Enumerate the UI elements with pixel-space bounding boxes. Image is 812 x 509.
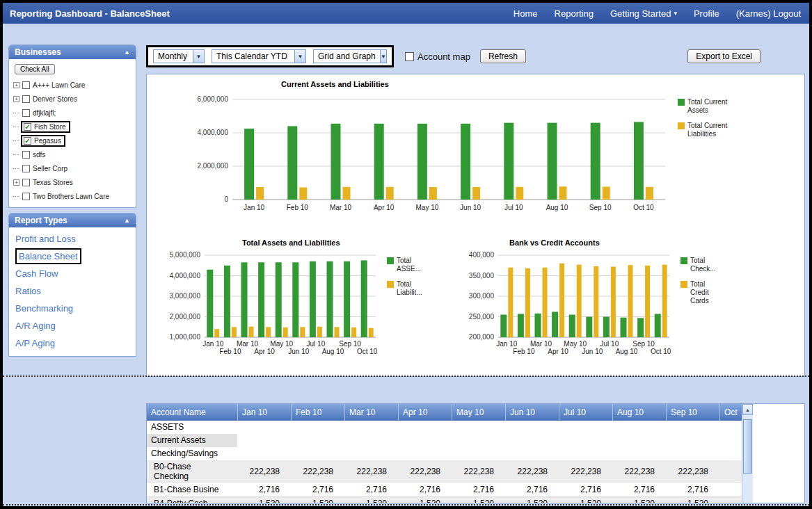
svg-text:Apr 10: Apr 10 bbox=[254, 348, 275, 355]
table-row-b0-chase-checking: B0-Chase Checking222,238222,238222,23822… bbox=[147, 460, 804, 483]
legend-swatch-icon bbox=[680, 257, 687, 264]
svg-text:2,000,000: 2,000,000 bbox=[170, 313, 201, 321]
table-row-assets: ASSETS bbox=[147, 421, 804, 434]
export-to-excel-button[interactable]: Export to Excel bbox=[687, 49, 761, 63]
chart-legend: Total Current AssetsTotal Current Liabil… bbox=[678, 98, 738, 218]
cell-value: 2,716 bbox=[452, 483, 505, 496]
report-type-a-p-aging[interactable]: A/P Aging bbox=[10, 334, 134, 352]
tree-connector bbox=[13, 113, 19, 113]
column-header-sep-10: Sep 10 bbox=[666, 404, 719, 421]
cell-value: 1,520 bbox=[398, 496, 452, 503]
svg-text:Sep 10: Sep 10 bbox=[339, 340, 361, 348]
row-label: Current Assets bbox=[147, 434, 237, 447]
date-range-select[interactable]: This Calendar YTD ▼ bbox=[212, 49, 306, 63]
check-all-button[interactable]: Check All bbox=[15, 64, 55, 74]
row-label: B1-Chase Busine bbox=[147, 483, 237, 496]
nav-profile[interactable]: Profile bbox=[685, 3, 728, 24]
main-content: Monthly ▼ This Calendar YTD ▼ Grid and G… bbox=[141, 45, 805, 503]
cell-value bbox=[559, 434, 612, 447]
legend-item: Total Current Assets bbox=[678, 98, 738, 115]
business-label: Two Brothers Lawn Care bbox=[33, 193, 109, 200]
business-checkbox[interactable] bbox=[22, 81, 30, 89]
svg-text:Mar 10: Mar 10 bbox=[237, 340, 259, 348]
businesses-header-label: Businesses bbox=[15, 47, 61, 57]
cell-value: 1,520 bbox=[612, 496, 666, 503]
expand-plus-icon[interactable]: + bbox=[13, 96, 19, 102]
business-item-a-lawn-care: +A+++ Lawn Care bbox=[10, 78, 134, 92]
cell-value bbox=[344, 447, 398, 460]
business-checkbox[interactable] bbox=[22, 165, 30, 172]
column-header-jul-10: Jul 10 bbox=[559, 404, 612, 421]
businesses-panel-header[interactable]: Businesses ▲ bbox=[9, 45, 136, 59]
page-break-divider bbox=[3, 375, 809, 377]
nav-label: Home bbox=[514, 8, 538, 19]
cell-value: 2,716 bbox=[291, 483, 344, 496]
business-item-fish-store: ✓Fish Store bbox=[10, 120, 134, 134]
business-item-pegasus: ✓Pegasus bbox=[10, 134, 134, 147]
cell-value: 2,716 bbox=[505, 483, 559, 496]
svg-text:Jul 10: Jul 10 bbox=[307, 340, 326, 348]
scroll-up-arrow-icon[interactable]: ▲ bbox=[742, 404, 753, 415]
business-checkbox[interactable] bbox=[22, 151, 30, 159]
svg-text:Jul 10: Jul 10 bbox=[600, 340, 619, 348]
nav-getting-started[interactable]: Getting Started▾ bbox=[602, 3, 685, 24]
tree-connector bbox=[13, 127, 19, 127]
top-nav: HomeReportingGetting Started▾Profile(Kar… bbox=[505, 3, 809, 24]
nav-reporting[interactable]: Reporting bbox=[546, 3, 602, 24]
svg-text:May 10: May 10 bbox=[564, 340, 587, 348]
selected-business-box: ✓Fish Store bbox=[21, 121, 70, 133]
business-checkbox[interactable] bbox=[22, 193, 30, 200]
report-type-cash-flow[interactable]: Cash Flow bbox=[10, 265, 134, 282]
cell-value bbox=[237, 421, 291, 434]
report-type-ratios[interactable]: Ratios bbox=[10, 282, 134, 300]
business-checkbox[interactable] bbox=[22, 109, 30, 117]
report-type-a-r-aging[interactable]: A/R Aging bbox=[10, 317, 134, 334]
column-header-jan-10: Jan 10 bbox=[237, 404, 291, 421]
business-checkbox[interactable]: ✓ bbox=[24, 123, 31, 131]
cell-value: 2,716 bbox=[666, 483, 719, 496]
collapse-arrow-icon[interactable]: ▲ bbox=[124, 217, 130, 224]
cell-value: 2,716 bbox=[559, 483, 612, 496]
business-item-two-brothers-lawn-care: Two Brothers Lawn Care bbox=[10, 189, 134, 203]
table-row-checking-savings: Checking/Savings bbox=[147, 447, 804, 460]
refresh-button[interactable]: Refresh bbox=[480, 49, 526, 63]
legend-swatch-icon bbox=[680, 281, 687, 288]
cell-value bbox=[291, 447, 344, 460]
dropdown-arrow-icon: ▾ bbox=[674, 10, 677, 17]
business-checkbox[interactable]: ✓ bbox=[24, 137, 31, 145]
nav-home[interactable]: Home bbox=[505, 3, 546, 24]
account-map-checkbox[interactable] bbox=[405, 52, 414, 61]
report-type-balance-sheet[interactable]: Balance Sheet bbox=[10, 248, 134, 265]
expand-plus-icon[interactable]: + bbox=[13, 82, 19, 88]
expand-plus-icon[interactable]: + bbox=[13, 179, 19, 186]
period-select[interactable]: Monthly ▼ bbox=[153, 49, 205, 63]
report-types-list: Profit and LossBalance SheetCash FlowRat… bbox=[9, 227, 136, 356]
nav-karnes-logout[interactable]: (Karnes) Logout bbox=[728, 3, 809, 24]
business-checkbox[interactable] bbox=[22, 179, 30, 186]
collapse-arrow-icon[interactable]: ▲ bbox=[124, 49, 130, 56]
display-mode-select-value: Grid and Graph bbox=[314, 51, 380, 61]
legend-label: Total ASSE... bbox=[397, 257, 430, 273]
chart-bank-vs-credit-accounts: Bank vs Credit Accounts200,000250,000300… bbox=[458, 239, 725, 361]
business-item-denver-stores: +Denver Stores bbox=[10, 92, 134, 106]
svg-text:6,000,000: 6,000,000 bbox=[198, 95, 229, 103]
chart-plot: 200,000250,000300,000350,000400,000Jan 1… bbox=[458, 248, 675, 361]
scrollbar-thumb[interactable] bbox=[743, 419, 752, 474]
cell-value bbox=[719, 496, 742, 503]
cell-value: 1,520 bbox=[666, 496, 719, 503]
cell-value: 222,238 bbox=[559, 460, 612, 483]
chart-plot: 1,000,0002,000,0003,000,0004,000,0005,00… bbox=[164, 248, 381, 361]
report-types-panel-header[interactable]: Report Types ▲ bbox=[9, 213, 136, 227]
business-checkbox[interactable] bbox=[22, 95, 30, 103]
grid-vertical-scrollbar[interactable]: ▲ bbox=[742, 404, 753, 503]
row-label: B0-Chase Checking bbox=[147, 460, 237, 483]
display-mode-select[interactable]: Grid and Graph ▼ bbox=[313, 49, 387, 63]
report-type-benchmarking[interactable]: Benchmarking bbox=[10, 300, 134, 317]
cell-value: 222,238 bbox=[291, 460, 344, 483]
cell-value bbox=[505, 421, 559, 434]
cell-value: 2,716 bbox=[398, 483, 452, 496]
report-type-profit-and-loss[interactable]: Profit and Loss bbox=[10, 230, 134, 248]
report-type-label: Benchmarking bbox=[15, 303, 73, 314]
column-header-feb-10: Feb 10 bbox=[291, 404, 344, 421]
svg-text:Oct 10: Oct 10 bbox=[633, 204, 654, 211]
